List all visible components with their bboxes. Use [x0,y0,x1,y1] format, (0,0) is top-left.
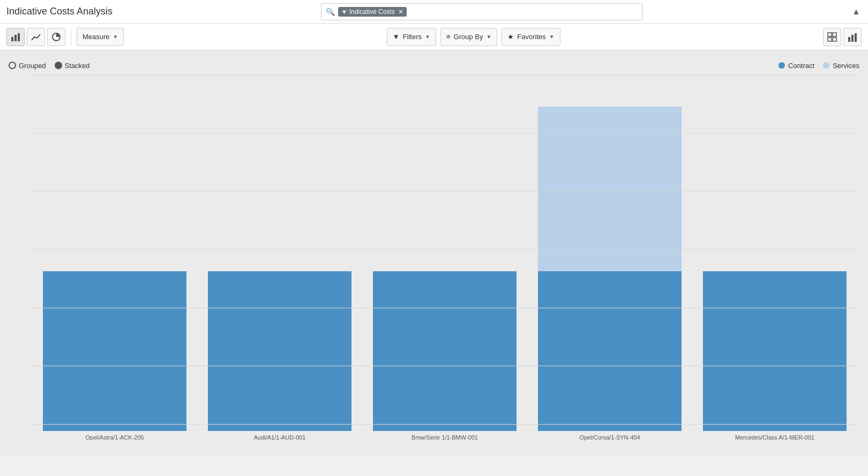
measure-button[interactable]: Measure ▼ [77,28,124,46]
contract-label: Contract [788,62,814,70]
line-chart-icon [31,33,41,41]
svg-rect-0 [11,37,13,41]
search-icon: 🔍 [326,8,335,16]
group-by-icon: ≡ [446,33,451,41]
bar-stack [703,271,847,431]
stacked-label: Stacked [65,62,90,70]
services-legend: Services [823,62,859,70]
bar-group[interactable]: Bmw/Serie 1/1-BMW-001 [362,75,527,441]
svg-rect-8 [848,37,850,42]
bar-label: Mercedes/Class A/1-MER-001 [735,434,814,441]
svg-rect-1 [14,35,17,41]
filter-tag-text: Indicative Costs [349,8,395,16]
bar-label: Bmw/Serie 1/1-BMW-001 [411,434,478,441]
bar-stack [373,271,517,431]
table-view-icon [827,32,837,42]
view-buttons [823,28,862,46]
favorites-button[interactable]: ★ Favorites ▼ [502,28,560,46]
pie-chart-button[interactable] [47,28,65,46]
chart-area: Grouped Stacked Contract Services Opel/A… [0,50,868,457]
svg-rect-10 [855,33,857,42]
bar-stack [208,271,351,431]
group-by-label: Group By [454,33,483,41]
group-by-button[interactable]: ≡ Group By ▼ [440,28,497,46]
page-title: Indicative Costs Analysis [6,6,113,17]
filters-label: Filters [403,33,422,41]
favorites-caret: ▼ [549,34,555,40]
pie-chart-icon [51,32,61,42]
measure-caret: ▼ [113,34,118,40]
search-bar[interactable]: 🔍 ▼ Indicative Costs ✕ [321,3,642,20]
bar-contract-segment[interactable] [43,271,186,431]
bar-chart-icon [11,33,20,41]
svg-rect-5 [833,33,836,36]
svg-rect-7 [833,38,836,41]
legend-right: Contract Services [779,62,859,70]
chart-legend: Grouped Stacked Contract Services [0,56,868,75]
bar-stack [43,271,186,431]
chart-view-button[interactable] [843,28,862,46]
bars-container: Opel/Astra/1-ACK-205Audi/A1/1-AUD-001Bmw… [32,75,857,441]
line-chart-button[interactable] [27,28,45,46]
filters-caret: ▼ [425,34,430,40]
bar-chart-button[interactable] [6,28,25,46]
measure-label: Measure [83,33,110,41]
filter-tag-icon: ▼ [341,9,347,15]
services-label: Services [833,62,859,70]
chart-content: Opel/Astra/1-ACK-205Audi/A1/1-AUD-001Bmw… [0,75,868,441]
bar-stack [538,107,682,431]
grouped-radio[interactable]: Grouped [9,62,46,70]
filters-button[interactable]: ▼ Filters ▼ [387,28,436,46]
bar-group[interactable]: Audi/A1/1-AUD-001 [197,75,362,441]
filter-tag: ▼ Indicative Costs ✕ [338,7,407,17]
bar-label: Opel/Astra/1-ACK-205 [85,434,144,441]
filter-toolbar: ▼ Filters ▼ ≡ Group By ▼ ★ Favorites ▼ [387,28,560,46]
bar-group[interactable]: Opel/Astra/1-ACK-205 [32,75,197,441]
services-dot [823,62,829,69]
filters-icon: ▼ [393,33,400,41]
grouped-radio-circle [9,62,16,69]
svg-rect-9 [851,35,854,42]
bar-contract-segment[interactable] [373,271,517,431]
top-bar: Indicative Costs Analysis 🔍 ▼ Indicative… [0,0,868,24]
bar-group[interactable]: Opel/Corsa/1-SYN-404 [527,75,692,441]
bar-group[interactable]: Mercedes/Class A/1-MER-001 [692,75,857,441]
toolbar: Measure ▼ ▼ Filters ▼ ≡ Group By ▼ ★ Fav… [0,24,868,50]
svg-rect-2 [18,33,20,41]
bar-services-segment[interactable] [538,107,682,271]
bar-contract-segment[interactable] [208,271,351,431]
svg-rect-6 [828,38,832,41]
filter-tag-close[interactable]: ✕ [398,8,403,16]
toolbar-divider [71,29,71,45]
grouped-label: Grouped [19,62,46,70]
bar-label: Opel/Corsa/1-SYN-404 [579,434,640,441]
bar-label: Audi/A1/1-AUD-001 [254,434,306,441]
stacked-radio[interactable]: Stacked [55,62,90,70]
search-input[interactable] [410,8,638,16]
contract-legend: Contract [779,62,814,70]
top-right-icons: ▲ [851,6,862,17]
table-view-button[interactable] [823,28,841,46]
svg-rect-4 [828,33,832,36]
bar-contract-segment[interactable] [538,271,682,431]
legend-left: Grouped Stacked [9,62,90,70]
favorites-label: Favorites [517,33,545,41]
bar-contract-segment[interactable] [703,271,847,431]
favorites-icon: ★ [507,33,514,41]
chart-view-icon [848,32,857,42]
group-by-caret: ▼ [486,34,491,40]
contract-dot [779,62,785,69]
stacked-radio-circle [55,62,62,69]
collapse-button[interactable]: ▲ [851,6,862,17]
